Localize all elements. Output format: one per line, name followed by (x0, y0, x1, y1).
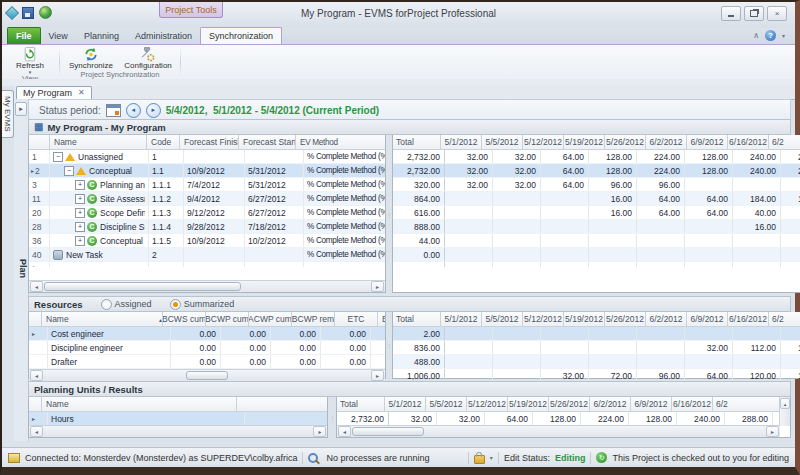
value-cell[interactable]: 128.00 (589, 164, 637, 177)
plan-row[interactable]: 11 Site Assessment 1.1.2 9/4/2012 6/27/2… (29, 192, 385, 206)
value-cell[interactable]: 128.00 (533, 412, 581, 425)
synchronize-button[interactable]: Synchronize (63, 46, 119, 70)
close-tab-icon[interactable]: ✕ (78, 89, 85, 97)
help-dropdown-icon[interactable]: ▾ (782, 32, 785, 39)
value-cell[interactable] (589, 234, 637, 247)
value-cell[interactable]: 112.00 (733, 341, 781, 354)
lock-dropdown-icon[interactable]: ▾ (490, 454, 493, 461)
value-cell[interactable]: 192.00 (781, 192, 800, 205)
forecast-start-cell[interactable] (245, 248, 304, 261)
value-cell[interactable] (685, 355, 733, 368)
value-cell[interactable]: 64.00 (685, 192, 733, 205)
value-cell[interactable] (541, 355, 589, 368)
date-column-header[interactable]: 5/26/2012 (605, 135, 646, 150)
radio-summarized[interactable]: Summarized (170, 299, 235, 310)
tab-administration[interactable]: Administration (127, 28, 200, 44)
date-column-header[interactable]: 5/5/2012 (426, 397, 467, 412)
resource-name-cell[interactable]: Drafter (48, 355, 171, 368)
etc-cell[interactable]: 0.00 (371, 341, 385, 354)
value-cell[interactable] (589, 248, 637, 261)
plan-values-row[interactable]: 888.00 16.00 64.00 (393, 220, 800, 234)
date-column-header[interactable]: 5/5/2012 (482, 135, 523, 150)
value-cell[interactable] (733, 327, 781, 340)
side-tab-my-evms[interactable]: My EVMS (2, 90, 14, 138)
scroll-up-button[interactable]: ▴ (780, 398, 790, 409)
task-name-cell[interactable]: Scope Definition (50, 206, 149, 219)
date-column-header[interactable]: 6/2/2012 (646, 135, 687, 150)
value-cell[interactable] (781, 178, 800, 191)
code-cell[interactable]: 2 (149, 248, 184, 261)
value-cell[interactable] (685, 262, 733, 267)
task-name-cell[interactable] (50, 262, 149, 267)
task-name-cell[interactable]: New Task (50, 248, 149, 261)
value-cell[interactable]: 240.00 (733, 164, 781, 177)
total-cell[interactable]: 2,732.00 (337, 412, 389, 425)
expand-toggle-icon[interactable] (75, 208, 85, 218)
scroll-left-button[interactable]: ◂ (30, 281, 43, 292)
value-cell[interactable]: 32.00 (541, 369, 589, 380)
value-cell[interactable]: 40.00 (733, 206, 781, 219)
date-column-header[interactable]: 5/12/2012 (523, 135, 564, 150)
expand-pane-button[interactable]: ▸ (15, 102, 27, 116)
forecast-finish-cell[interactable] (184, 150, 245, 163)
plan-row[interactable]: * (29, 262, 385, 267)
tab-file[interactable]: File (7, 27, 41, 44)
row-number-cell[interactable]: * (29, 262, 50, 267)
plan-values-row[interactable]: 0.00 (393, 248, 800, 262)
value-cell[interactable]: 64.00 (541, 150, 589, 163)
date-column-header[interactable]: 5/12/2012 (467, 397, 508, 412)
value-cell[interactable] (541, 206, 589, 219)
row-number-cell[interactable]: 20 (29, 206, 50, 219)
value-cell[interactable] (781, 262, 800, 267)
value-cell[interactable]: 16.00 (733, 220, 781, 233)
forecast-finish-cell[interactable]: 10/9/2012 (184, 234, 245, 247)
value-cell[interactable] (637, 234, 685, 247)
date-column-header[interactable]: 5/12/2012 (523, 312, 564, 327)
forecast-start-cell[interactable]: 6/27/2012 (245, 192, 304, 205)
forecast-finish-cell[interactable]: 10/9/2012 (184, 164, 245, 177)
value-cell[interactable]: 64.00 (685, 369, 733, 380)
value-cell[interactable]: 128.00 (685, 164, 733, 177)
date-column-header[interactable]: 6/16/2012 (672, 397, 713, 412)
forecast-start-cell[interactable]: 7/18/2012 (245, 220, 304, 233)
date-column-header[interactable]: 5/1/2012 (385, 397, 426, 412)
date-column-header[interactable]: 6/16/2012 (728, 312, 769, 327)
total-cell[interactable]: 616.00 (393, 206, 445, 219)
column-header-name[interactable]: Name (42, 397, 237, 412)
total-cell[interactable]: 2,732.00 (393, 150, 445, 163)
value-cell[interactable]: 72.00 (589, 369, 637, 380)
row-number-cell[interactable]: 3 (29, 178, 50, 191)
configuration-button[interactable]: Configuration (119, 46, 177, 70)
scroll-left-button[interactable]: ◂ (338, 426, 351, 437)
restore-button[interactable] (744, 6, 764, 21)
value-cell[interactable] (541, 341, 589, 354)
value-cell[interactable]: 32.00 (437, 412, 485, 425)
bcwp-rem-cell[interactable]: 0.00 (321, 341, 371, 354)
plan-row[interactable]: 3 Planning and ... 1.1.1 7/4/2012 5/31/2… (29, 178, 385, 192)
date-column-header[interactable]: 6/9/2012 (687, 312, 728, 327)
value-cell[interactable] (637, 327, 685, 340)
refresh-button[interactable]: Refresh ▾ (4, 46, 56, 74)
calendar-icon[interactable] (106, 104, 121, 117)
date-column-header[interactable]: 5/1/2012 (441, 312, 482, 327)
total-cell[interactable] (393, 262, 445, 267)
forecast-finish-cell[interactable]: 9/28/2012 (184, 220, 245, 233)
column-header-code[interactable]: Code (147, 135, 180, 150)
value-cell[interactable]: 184.00 (733, 192, 781, 205)
forecast-start-cell[interactable] (245, 150, 304, 163)
value-cell[interactable] (589, 262, 637, 267)
total-cell[interactable]: 2,732.00 (393, 164, 445, 177)
plan-pane-label[interactable]: Plan (14, 249, 28, 289)
value-cell[interactable]: 144.00 (781, 369, 800, 380)
bcwp-rem-cell[interactable]: 0.00 (321, 327, 371, 340)
code-cell[interactable]: 1.1.5 (149, 234, 184, 247)
value-cell[interactable] (493, 341, 541, 354)
code-cell[interactable]: 1 (149, 150, 184, 163)
document-tab-my-program[interactable]: My Program ✕ (16, 86, 92, 99)
value-cell[interactable] (541, 192, 589, 205)
resource-values-row[interactable]: 836.00 32.00 112.00 144.00 (393, 341, 800, 355)
expand-toggle-icon[interactable] (75, 194, 85, 204)
value-cell[interactable]: 288.00 (781, 150, 800, 163)
code-cell[interactable] (149, 262, 184, 267)
value-cell[interactable]: 120.00 (733, 369, 781, 380)
